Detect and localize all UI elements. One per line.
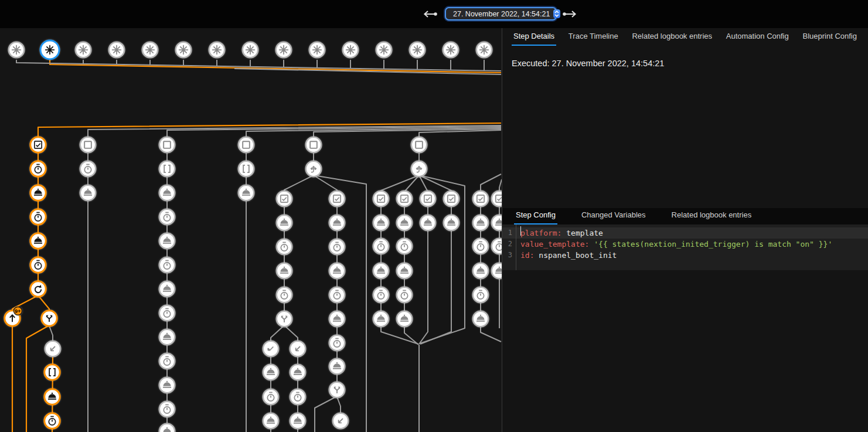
graph-node-trigger-asterisk-icon[interactable]	[376, 42, 392, 57]
trace-timestamp-select[interactable]: 27. November 2022, 14:54:21	[445, 7, 557, 21]
graph-node-delay-timer-icon[interactable]	[492, 239, 502, 254]
graph-node-trigger-asterisk-icon[interactable]	[476, 42, 492, 57]
graph-node-trigger-asterisk-icon[interactable]	[276, 42, 291, 57]
graph-node-condition-blank-icon[interactable]	[80, 137, 96, 152]
graph-node-service-call-icon[interactable]	[277, 263, 292, 278]
graph-node-delay-timer-icon[interactable]	[329, 287, 345, 302]
graph-node-service-call-icon[interactable]	[159, 233, 175, 249]
graph-node-delay-timer-icon[interactable]	[277, 239, 292, 254]
graph-node-sequence-brackets-icon[interactable]	[239, 161, 254, 176]
graph-node-call-split-icon[interactable]	[277, 311, 292, 326]
graph-node-delay-timer-icon[interactable]	[30, 257, 46, 273]
graph-node-service-call-icon[interactable]	[159, 329, 175, 345]
graph-node-repeat-icon[interactable]	[30, 281, 46, 297]
graph-node-service-call-icon[interactable]	[329, 311, 345, 326]
graph-node-trigger-asterisk-icon[interactable]	[176, 42, 191, 57]
graph-node-condition-checked-icon[interactable]	[373, 191, 389, 206]
graph-node-service-call-icon[interactable]	[45, 389, 60, 404]
tab-related-logbook-entries[interactable]: Related logbook entries	[670, 207, 754, 224]
graph-node-condition-checked-icon[interactable]	[277, 191, 292, 206]
tab-step-details[interactable]: Step Details	[512, 28, 556, 46]
graph-node-trigger-asterisk-icon[interactable]	[443, 42, 458, 57]
graph-node-arrow-bottom-left-icon[interactable]	[333, 413, 348, 428]
graph-node-delay-timer-icon[interactable]	[373, 287, 389, 302]
graph-node-delay-timer-icon[interactable]	[277, 287, 292, 302]
graph-node-trigger-asterisk-icon[interactable]	[243, 42, 258, 57]
graph-node-condition-checked-icon[interactable]	[30, 137, 46, 152]
graph-node-trigger-asterisk-icon[interactable]	[209, 42, 224, 57]
graph-node-delay-timer-icon[interactable]	[45, 413, 60, 428]
tab-changed-variables[interactable]: Changed Variables	[580, 207, 648, 224]
graph-node-service-call-icon[interactable]	[159, 377, 175, 393]
graph-node-condition-checked-icon[interactable]	[444, 191, 459, 206]
graph-node-service-call-icon[interactable]	[80, 185, 96, 200]
graph-node-trigger-asterisk-icon[interactable]	[343, 42, 358, 57]
graph-node-delay-timer-icon[interactable]	[263, 389, 278, 404]
graph-node-service-call-icon[interactable]	[329, 215, 345, 230]
graph-node-service-call-icon[interactable]	[473, 263, 488, 278]
graph-node-service-call-icon[interactable]	[239, 185, 254, 200]
graph-node-trigger-asterisk-icon[interactable]	[309, 42, 325, 57]
graph-node-delay-timer-icon[interactable]	[159, 353, 175, 369]
graph-node-service-call-icon[interactable]	[444, 215, 459, 230]
graph-node-arrow-bottom-left-icon[interactable]	[290, 341, 305, 356]
graph-node-delay-timer-icon[interactable]	[159, 257, 175, 273]
tab-blueprint-config[interactable]: Blueprint Config	[801, 28, 859, 46]
graph-node-service-call-icon[interactable]	[290, 413, 305, 428]
graph-node-call-split-icon[interactable]	[42, 311, 57, 326]
graph-node-service-call-icon[interactable]	[159, 185, 175, 200]
graph-node-condition-checked-icon[interactable]	[397, 191, 412, 206]
graph-node-service-call-icon[interactable]	[159, 424, 175, 432]
graph-node-call-split-icon[interactable]	[329, 382, 345, 397]
graph-node-condition-checked-icon[interactable]	[473, 191, 488, 206]
graph-node-choose-icon[interactable]	[306, 161, 321, 176]
tab-automation-config[interactable]: Automation Config	[724, 28, 791, 46]
graph-node-service-call-icon[interactable]	[397, 311, 412, 326]
tab-related-logbook-entries[interactable]: Related logbook entries	[630, 28, 714, 46]
graph-node-service-call-icon[interactable]	[290, 365, 305, 380]
graph-node-service-call-icon[interactable]	[397, 263, 412, 278]
graph-node-condition-blank-icon[interactable]	[306, 137, 321, 152]
graph-node-delay-timer-icon[interactable]	[397, 239, 412, 254]
graph-node-trigger-asterisk-icon[interactable]	[410, 42, 425, 57]
graph-node-condition-blank-icon[interactable]	[239, 137, 254, 152]
graph-node-delay-timer-icon[interactable]	[30, 161, 46, 176]
graph-node-delay-timer-icon[interactable]	[80, 161, 96, 176]
graph-node-delay-timer-icon[interactable]	[159, 402, 175, 417]
graph-node-trigger-asterisk-icon[interactable]	[76, 42, 91, 57]
graph-node-delay-timer-icon[interactable]	[290, 389, 305, 404]
graph-node-service-call-icon[interactable]	[373, 311, 389, 326]
graph-node-service-call-icon[interactable]	[492, 215, 502, 230]
graph-node-service-call-icon[interactable]	[473, 311, 488, 326]
graph-node-condition-blank-icon[interactable]	[411, 137, 427, 152]
graph-node-service-call-icon[interactable]	[263, 365, 278, 380]
graph-node-arrow-bottom-left-icon[interactable]	[45, 341, 60, 356]
tab-trace-timeline[interactable]: Trace Timeline	[567, 28, 620, 46]
graph-node-service-call-icon[interactable]	[420, 215, 435, 230]
graph-node-trigger-asterisk-icon[interactable]	[9, 42, 24, 57]
graph-node-service-call-icon[interactable]	[373, 263, 389, 278]
graph-node-delay-timer-icon[interactable]	[373, 239, 389, 254]
graph-node-service-call-icon[interactable]	[473, 215, 488, 230]
graph-node-service-call-icon[interactable]	[30, 185, 46, 200]
graph-node-service-call-icon[interactable]	[329, 359, 345, 374]
yaml-code-editor[interactable]: 1platform: template2value_template: '{{ …	[502, 224, 868, 270]
graph-node-delay-timer-icon[interactable]	[473, 239, 488, 254]
graph-node-service-call-icon[interactable]	[492, 263, 502, 278]
graph-node-trigger-asterisk-icon[interactable]	[142, 42, 158, 57]
graph-node-service-call-icon[interactable]	[397, 215, 412, 230]
graph-node-check-arrow-icon[interactable]	[263, 341, 278, 356]
graph-node-sequence-brackets-icon[interactable]	[159, 161, 175, 176]
graph-node-delay-timer-icon[interactable]	[329, 335, 345, 351]
graph-node-delay-timer-icon[interactable]	[159, 305, 175, 321]
graph-node-service-call-icon[interactable]	[263, 413, 278, 428]
graph-node-condition-checked-icon[interactable]	[492, 191, 502, 206]
graph-node-service-call-icon[interactable]	[373, 215, 389, 230]
graph-node-delay-timer-icon[interactable]	[30, 209, 46, 224]
graph-node-delay-timer-icon[interactable]	[159, 209, 175, 224]
graph-node-sequence-brackets-icon[interactable]	[45, 365, 60, 380]
graph-node-service-call-icon[interactable]	[329, 263, 345, 278]
graph-node-service-call-icon[interactable]	[159, 281, 175, 297]
graph-node-service-call-icon[interactable]	[30, 233, 46, 249]
graph-node-condition-blank-icon[interactable]	[159, 137, 175, 152]
